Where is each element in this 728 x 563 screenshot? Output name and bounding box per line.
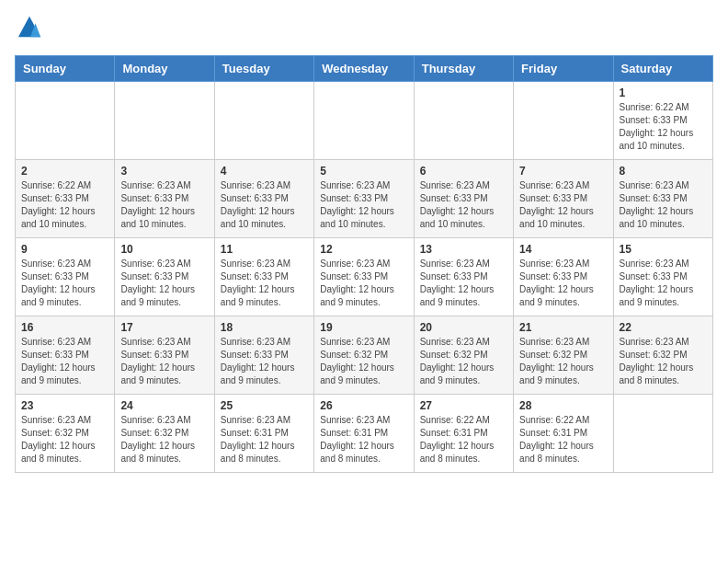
day-info: Sunrise: 6:22 AM Sunset: 6:33 PM Dayligh… bbox=[21, 179, 108, 231]
day-info: Sunrise: 6:23 AM Sunset: 6:33 PM Dayligh… bbox=[420, 258, 507, 309]
day-number: 20 bbox=[420, 321, 507, 334]
day-number: 15 bbox=[620, 243, 707, 256]
day-number: 12 bbox=[320, 243, 407, 256]
calendar-cell: 22Sunrise: 6:23 AM Sunset: 6:32 PM Dayli… bbox=[613, 316, 712, 395]
day-number: 22 bbox=[620, 321, 707, 334]
day-info: Sunrise: 6:22 AM Sunset: 6:31 PM Dayligh… bbox=[519, 414, 607, 465]
day-info: Sunrise: 6:23 AM Sunset: 6:33 PM Dayligh… bbox=[519, 179, 607, 231]
day-info: Sunrise: 6:23 AM Sunset: 6:32 PM Dayligh… bbox=[420, 336, 507, 387]
day-number: 23 bbox=[21, 399, 108, 412]
day-info: Sunrise: 6:23 AM Sunset: 6:33 PM Dayligh… bbox=[120, 258, 208, 309]
day-number: 25 bbox=[221, 399, 308, 412]
calendar-cell: 4Sunrise: 6:23 AM Sunset: 6:33 PM Daylig… bbox=[214, 160, 313, 238]
weekday-header-friday: Friday bbox=[514, 56, 613, 82]
day-info: Sunrise: 6:23 AM Sunset: 6:33 PM Dayligh… bbox=[120, 336, 208, 387]
day-number: 11 bbox=[221, 243, 308, 256]
day-info: Sunrise: 6:23 AM Sunset: 6:33 PM Dayligh… bbox=[120, 179, 208, 231]
calendar-table: SundayMondayTuesdayWednesdayThursdayFrid… bbox=[15, 55, 713, 473]
day-number: 2 bbox=[21, 165, 108, 178]
calendar-cell: 19Sunrise: 6:23 AM Sunset: 6:32 PM Dayli… bbox=[314, 316, 414, 395]
calendar-cell: 10Sunrise: 6:23 AM Sunset: 6:33 PM Dayli… bbox=[115, 238, 214, 316]
calendar-cell: 9Sunrise: 6:23 AM Sunset: 6:33 PM Daylig… bbox=[16, 238, 115, 316]
day-number: 8 bbox=[620, 165, 707, 178]
calendar-cell: 8Sunrise: 6:23 AM Sunset: 6:33 PM Daylig… bbox=[613, 160, 712, 238]
calendar-week-row: 16Sunrise: 6:23 AM Sunset: 6:33 PM Dayli… bbox=[16, 316, 713, 395]
day-info: Sunrise: 6:23 AM Sunset: 6:33 PM Dayligh… bbox=[519, 258, 607, 309]
calendar-cell bbox=[214, 82, 313, 160]
day-number: 26 bbox=[320, 399, 407, 412]
calendar-cell: 2Sunrise: 6:22 AM Sunset: 6:33 PM Daylig… bbox=[16, 160, 115, 238]
day-number: 14 bbox=[519, 243, 607, 256]
calendar-cell bbox=[514, 82, 613, 160]
day-info: Sunrise: 6:23 AM Sunset: 6:32 PM Dayligh… bbox=[120, 414, 208, 465]
calendar-cell: 1Sunrise: 6:22 AM Sunset: 6:33 PM Daylig… bbox=[613, 82, 712, 160]
calendar-cell: 17Sunrise: 6:23 AM Sunset: 6:33 PM Dayli… bbox=[115, 316, 214, 395]
day-info: Sunrise: 6:23 AM Sunset: 6:32 PM Dayligh… bbox=[519, 336, 607, 387]
calendar-cell: 6Sunrise: 6:23 AM Sunset: 6:33 PM Daylig… bbox=[414, 160, 513, 238]
calendar-week-row: 9Sunrise: 6:23 AM Sunset: 6:33 PM Daylig… bbox=[16, 238, 713, 316]
day-number: 9 bbox=[21, 243, 108, 256]
day-number: 27 bbox=[420, 399, 507, 412]
day-number: 18 bbox=[221, 321, 308, 334]
weekday-header-row: SundayMondayTuesdayWednesdayThursdayFrid… bbox=[16, 56, 713, 82]
calendar-cell: 11Sunrise: 6:23 AM Sunset: 6:33 PM Dayli… bbox=[214, 238, 313, 316]
calendar-cell: 7Sunrise: 6:23 AM Sunset: 6:33 PM Daylig… bbox=[514, 160, 613, 238]
day-info: Sunrise: 6:23 AM Sunset: 6:33 PM Dayligh… bbox=[620, 258, 707, 309]
day-info: Sunrise: 6:23 AM Sunset: 6:33 PM Dayligh… bbox=[21, 258, 108, 309]
weekday-header-thursday: Thursday bbox=[414, 56, 513, 82]
day-number: 3 bbox=[120, 165, 208, 178]
calendar-cell: 16Sunrise: 6:23 AM Sunset: 6:33 PM Dayli… bbox=[16, 316, 115, 395]
day-info: Sunrise: 6:23 AM Sunset: 6:33 PM Dayligh… bbox=[620, 179, 707, 231]
day-info: Sunrise: 6:23 AM Sunset: 6:33 PM Dayligh… bbox=[320, 258, 407, 309]
calendar-cell: 12Sunrise: 6:23 AM Sunset: 6:33 PM Dayli… bbox=[314, 238, 414, 316]
calendar-cell: 5Sunrise: 6:23 AM Sunset: 6:33 PM Daylig… bbox=[314, 160, 414, 238]
day-info: Sunrise: 6:23 AM Sunset: 6:33 PM Dayligh… bbox=[221, 179, 308, 231]
day-number: 28 bbox=[519, 399, 607, 412]
weekday-header-monday: Monday bbox=[115, 56, 214, 82]
day-number: 21 bbox=[519, 321, 607, 334]
logo-icon bbox=[17, 15, 42, 40]
calendar-week-row: 23Sunrise: 6:23 AM Sunset: 6:32 PM Dayli… bbox=[16, 395, 713, 473]
day-info: Sunrise: 6:23 AM Sunset: 6:33 PM Dayligh… bbox=[221, 258, 308, 309]
day-number: 7 bbox=[519, 165, 607, 178]
calendar-cell: 26Sunrise: 6:23 AM Sunset: 6:31 PM Dayli… bbox=[314, 395, 414, 473]
calendar-cell: 27Sunrise: 6:22 AM Sunset: 6:31 PM Dayli… bbox=[414, 395, 513, 473]
calendar-cell: 28Sunrise: 6:22 AM Sunset: 6:31 PM Dayli… bbox=[514, 395, 613, 473]
day-info: Sunrise: 6:23 AM Sunset: 6:32 PM Dayligh… bbox=[21, 414, 108, 465]
calendar-cell: 3Sunrise: 6:23 AM Sunset: 6:33 PM Daylig… bbox=[115, 160, 214, 238]
day-number: 17 bbox=[120, 321, 208, 334]
day-info: Sunrise: 6:23 AM Sunset: 6:33 PM Dayligh… bbox=[420, 179, 507, 231]
day-number: 5 bbox=[320, 165, 407, 178]
day-number: 13 bbox=[420, 243, 507, 256]
day-info: Sunrise: 6:22 AM Sunset: 6:31 PM Dayligh… bbox=[420, 414, 507, 465]
weekday-header-tuesday: Tuesday bbox=[214, 56, 313, 82]
calendar-cell: 25Sunrise: 6:23 AM Sunset: 6:31 PM Dayli… bbox=[214, 395, 313, 473]
day-info: Sunrise: 6:23 AM Sunset: 6:31 PM Dayligh… bbox=[320, 414, 407, 465]
day-number: 4 bbox=[221, 165, 308, 178]
day-number: 16 bbox=[21, 321, 108, 334]
calendar-cell bbox=[16, 82, 115, 160]
calendar-cell: 18Sunrise: 6:23 AM Sunset: 6:33 PM Dayli… bbox=[214, 316, 313, 395]
calendar-cell bbox=[414, 82, 513, 160]
calendar-cell: 23Sunrise: 6:23 AM Sunset: 6:32 PM Dayli… bbox=[16, 395, 115, 473]
day-info: Sunrise: 6:23 AM Sunset: 6:32 PM Dayligh… bbox=[620, 336, 707, 387]
day-number: 24 bbox=[120, 399, 208, 412]
logo bbox=[15, 15, 46, 44]
calendar-week-row: 1Sunrise: 6:22 AM Sunset: 6:33 PM Daylig… bbox=[16, 82, 713, 160]
day-number: 10 bbox=[120, 243, 208, 256]
weekday-header-saturday: Saturday bbox=[613, 56, 712, 82]
day-info: Sunrise: 6:23 AM Sunset: 6:31 PM Dayligh… bbox=[221, 414, 308, 465]
calendar-cell bbox=[613, 395, 712, 473]
calendar-cell: 21Sunrise: 6:23 AM Sunset: 6:32 PM Dayli… bbox=[514, 316, 613, 395]
calendar-cell: 13Sunrise: 6:23 AM Sunset: 6:33 PM Dayli… bbox=[414, 238, 513, 316]
day-number: 19 bbox=[320, 321, 407, 334]
calendar-week-row: 2Sunrise: 6:22 AM Sunset: 6:33 PM Daylig… bbox=[16, 160, 713, 238]
day-number: 6 bbox=[420, 165, 507, 178]
calendar-cell: 24Sunrise: 6:23 AM Sunset: 6:32 PM Dayli… bbox=[115, 395, 214, 473]
day-number: 1 bbox=[620, 86, 707, 99]
calendar-cell: 14Sunrise: 6:23 AM Sunset: 6:33 PM Dayli… bbox=[514, 238, 613, 316]
calendar-cell bbox=[314, 82, 414, 160]
weekday-header-sunday: Sunday bbox=[16, 56, 115, 82]
weekday-header-wednesday: Wednesday bbox=[314, 56, 414, 82]
calendar-cell bbox=[115, 82, 214, 160]
